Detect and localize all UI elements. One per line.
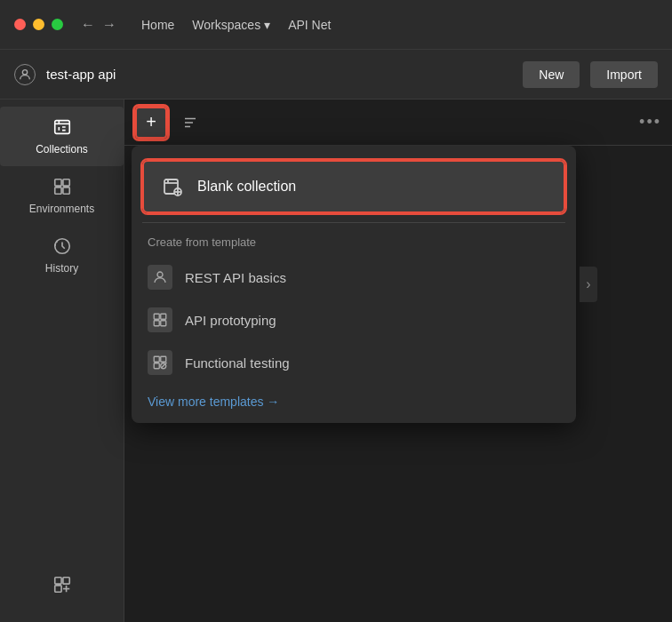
toolbar-row: + ••• xyxy=(124,100,672,146)
api-prototyping-icon xyxy=(148,307,172,332)
traffic-light-yellow[interactable] xyxy=(33,19,44,30)
forward-button[interactable]: → xyxy=(102,17,116,33)
svg-rect-2 xyxy=(54,179,60,186)
add-icon: + xyxy=(146,112,156,132)
svg-rect-9 xyxy=(54,586,60,592)
template-item-functional-testing[interactable]: Functional testing xyxy=(132,341,576,384)
svg-rect-23 xyxy=(161,321,166,326)
functional-testing-label: Functional testing xyxy=(185,355,290,371)
nav-arrows: ← → xyxy=(81,17,116,33)
template-item-api-prototyping[interactable]: API prototyping xyxy=(132,299,576,341)
titlebar-nav: Home Workspaces ▾ API Net xyxy=(141,18,658,32)
svg-rect-4 xyxy=(54,187,60,194)
add-collection-button[interactable]: + xyxy=(135,107,167,139)
dropdown-chevron: › xyxy=(580,267,597,302)
blank-collection-icon xyxy=(160,174,185,199)
titlebar: ← → Home Workspaces ▾ API Net xyxy=(0,0,672,50)
user-avatar[interactable] xyxy=(14,64,36,85)
workspace-name: test-app api xyxy=(46,67,512,82)
svg-rect-22 xyxy=(154,321,159,326)
template-section-label: Create from template xyxy=(132,232,576,256)
svg-rect-21 xyxy=(161,314,166,319)
api-prototyping-label: API prototyping xyxy=(185,313,276,328)
view-more-templates-link[interactable]: View more templates → xyxy=(132,384,576,412)
svg-point-0 xyxy=(22,69,27,74)
import-button[interactable]: Import xyxy=(590,61,658,88)
sidebar-item-apps[interactable] xyxy=(0,564,124,608)
sidebar-item-environments[interactable]: Environments xyxy=(0,166,124,226)
traffic-light-red[interactable] xyxy=(14,19,26,30)
sidebar-item-history[interactable]: History xyxy=(0,226,124,285)
headerbar: test-app api New Import xyxy=(0,50,672,100)
svg-rect-3 xyxy=(62,179,68,186)
sidebar: Collections Environments xyxy=(0,100,124,622)
svg-rect-20 xyxy=(154,314,159,319)
rest-api-icon xyxy=(148,265,172,290)
environments-icon xyxy=(52,177,72,199)
svg-point-19 xyxy=(157,272,163,277)
dropdown-divider xyxy=(142,222,565,223)
nav-home[interactable]: Home xyxy=(141,18,174,32)
svg-rect-25 xyxy=(161,356,166,362)
blank-collection-label: Blank collection xyxy=(197,179,296,195)
nav-api: API Net xyxy=(288,18,331,32)
functional-testing-icon xyxy=(148,350,172,375)
filter-button[interactable] xyxy=(174,107,206,139)
traffic-lights xyxy=(14,19,63,30)
collections-label: Collections xyxy=(36,143,88,156)
back-button[interactable]: ← xyxy=(81,17,95,33)
apps-icon xyxy=(52,575,72,597)
svg-rect-5 xyxy=(62,187,68,194)
environments-label: Environments xyxy=(29,203,94,215)
new-button[interactable]: New xyxy=(523,61,580,88)
more-options-button[interactable]: ••• xyxy=(639,113,661,132)
main-layout: Collections Environments xyxy=(0,100,672,622)
rest-api-label: REST API basics xyxy=(185,270,286,285)
workspaces-label: Workspaces xyxy=(192,18,260,32)
workspaces-chevron: ▾ xyxy=(264,18,270,32)
nav-workspaces[interactable]: Workspaces ▾ xyxy=(192,18,270,32)
svg-rect-7 xyxy=(54,578,60,584)
svg-rect-26 xyxy=(154,363,159,369)
template-item-rest-api[interactable]: REST API basics xyxy=(132,256,576,299)
collections-icon xyxy=(52,117,72,140)
content-area: + ••• xyxy=(124,100,672,622)
traffic-light-green[interactable] xyxy=(52,19,63,30)
blank-collection-item[interactable]: Blank collection xyxy=(142,160,565,213)
sidebar-item-collections[interactable]: Collections xyxy=(0,107,124,166)
svg-rect-24 xyxy=(154,356,159,362)
history-icon xyxy=(52,236,72,259)
history-label: History xyxy=(45,262,78,275)
svg-rect-8 xyxy=(62,578,68,584)
dropdown-panel: Blank collection Create from template RE… xyxy=(132,146,576,423)
